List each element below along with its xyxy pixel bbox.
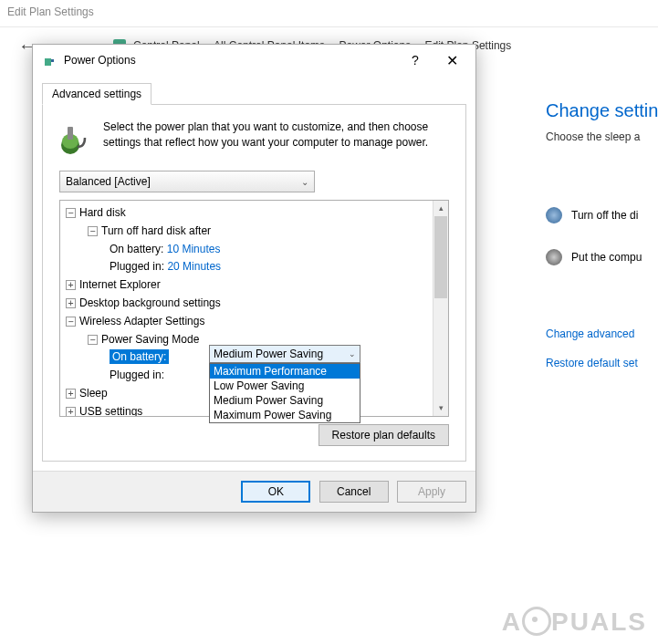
chevron-down-icon: ⌄ [349,349,356,358]
power-options-dialog: Power Options ? ✕ Advanced settings Sele… [32,44,476,513]
tab-advanced-settings[interactable]: Advanced settings [42,83,151,105]
close-button[interactable]: ✕ [433,52,470,69]
chevron-down-icon: ⌄ [301,177,308,187]
expand-icon[interactable]: + [66,407,76,417]
combo-option[interactable]: Medium Power Saving [210,393,360,408]
expand-icon[interactable]: + [66,280,76,290]
tree-node-wireless[interactable]: −Wireless Adapter Settings [66,313,443,331]
battery-plug-icon [59,119,90,156]
tree-leaf-on-battery[interactable]: On battery: 10 Minutes [66,241,443,259]
apply-button[interactable]: Apply [397,481,466,503]
tree-node-ie[interactable]: +Internet Explorer [66,276,443,295]
collapse-icon[interactable]: − [66,208,76,218]
collapse-icon[interactable]: − [66,317,76,327]
scroll-up-arrow[interactable]: ▴ [433,201,448,216]
intro-section: Select the power plan that you want to c… [59,119,449,156]
dialog-titlebar[interactable]: Power Options ? ✕ [33,45,475,76]
bg-subtext: Choose the sleep a [546,130,658,143]
power-mode-combo[interactable]: Medium Power Saving ⌄ Maximum Performanc… [209,345,360,423]
bg-row-label: Put the compu [571,251,642,264]
bg-content-panel: Change settings Choose the sleep a Turn … [546,100,658,386]
bg-window-title: Edit Plan Settings [0,0,658,27]
battery-value-link[interactable]: 10 Minutes [167,243,221,255]
ok-button[interactable]: OK [241,481,310,503]
tab-strip: Advanced settings [42,83,466,105]
combo-option[interactable]: Low Power Saving [210,379,360,393]
power-icon [42,53,57,68]
scroll-thumb[interactable] [434,216,447,298]
restore-plan-defaults-button[interactable]: Restore plan defaults [319,424,449,446]
tree-scrollbar[interactable]: ▴ ▾ [433,201,448,416]
svg-rect-2 [51,59,54,62]
dialog-footer: OK Cancel Apply [33,471,475,512]
bg-row-label: Turn off the di [571,209,638,222]
watermark: APUALS [502,607,647,637]
tree-node-hard-disk[interactable]: −Hard disk [66,204,443,223]
change-advanced-link[interactable]: Change advanced [546,327,658,340]
help-button[interactable]: ? [397,53,433,68]
plan-dropdown-value: Balanced [Active] [66,175,151,188]
dialog-title: Power Options [64,54,397,67]
svg-rect-5 [68,127,73,140]
tree-node-desktop-bg[interactable]: +Desktop background settings [66,295,443,313]
bg-setting-row: Turn off the di [546,207,658,223]
combo-option[interactable]: Maximum Performance [210,364,360,379]
bg-heading: Change settings [546,100,658,121]
plan-dropdown[interactable]: Balanced [Active] ⌄ [59,171,315,192]
svg-rect-1 [45,58,51,66]
collapse-icon[interactable]: − [88,335,98,345]
restore-default-link[interactable]: Restore default set [546,357,658,369]
cancel-button[interactable]: Cancel [319,481,389,503]
expand-icon[interactable]: + [66,298,76,308]
sleep-icon [546,249,562,265]
intro-text: Select the power plan that you want to c… [103,119,449,156]
expand-icon[interactable]: + [66,389,76,399]
combo-list: Maximum Performance Low Power Saving Med… [209,363,360,423]
combo-option[interactable]: Maximum Power Saving [210,408,360,422]
bg-setting-row: Put the compu [546,249,658,265]
plugged-value-link[interactable]: 20 Minutes [167,260,221,273]
scroll-down-arrow[interactable]: ▾ [433,400,448,416]
combo-selected-text: Medium Power Saving [214,348,323,360]
display-icon [546,207,562,223]
tree-node-turn-off-hd[interactable]: −Turn off hard disk after [66,223,443,241]
combo-selected[interactable]: Medium Power Saving ⌄ [209,345,360,363]
collapse-icon[interactable]: − [88,226,98,236]
tree-leaf-plugged-in[interactable]: Plugged in: 20 Minutes [66,258,443,276]
